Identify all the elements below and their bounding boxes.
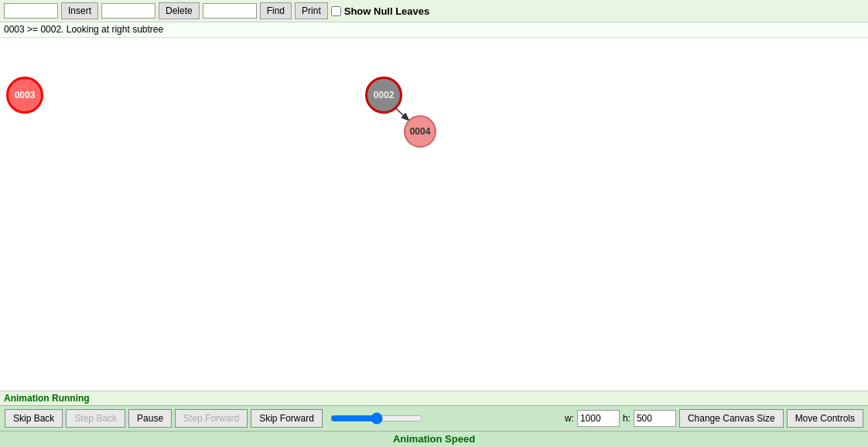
delete-button[interactable]: Delete (159, 2, 200, 19)
canvas-w-label: w: (565, 413, 574, 424)
input-field-3[interactable] (203, 3, 257, 19)
insert-button[interactable]: Insert (61, 2, 98, 19)
input-field-2[interactable] (101, 3, 155, 19)
canvas-w-input[interactable] (577, 410, 620, 427)
bottom-control-bar: Skip Back Step Back Pause Step Forward S… (0, 405, 868, 431)
animation-speed-slider[interactable] (330, 412, 423, 425)
show-null-leaves-text: Show Null Leaves (344, 5, 430, 17)
step-back-button[interactable]: Step Back (66, 409, 125, 428)
status-bar: 0003 >= 0002. Looking at right subtree (0, 22, 868, 38)
node-0002: 0002 (365, 77, 402, 114)
animation-speed-label: Animation Speed (393, 433, 475, 445)
animation-speed-label-bar: Animation Speed (0, 431, 868, 447)
show-null-leaves-checkbox[interactable] (331, 6, 341, 16)
show-null-leaves-label[interactable]: Show Null Leaves (331, 5, 430, 17)
speed-slider-area (330, 412, 423, 425)
node-0004-label: 0004 (410, 126, 431, 137)
step-forward-button[interactable]: Step Forward (175, 409, 248, 428)
change-canvas-size-button[interactable]: Change Canvas Size (679, 409, 784, 428)
skip-forward-button[interactable]: Skip Forward (251, 409, 323, 428)
canvas-size-area: w: h: Change Canvas Size Move Controls (565, 409, 863, 428)
node-0003-label: 0003 (15, 90, 36, 101)
svg-overlay (0, 38, 868, 391)
node-0004: 0004 (404, 115, 436, 148)
canvas-h-input[interactable] (634, 410, 676, 427)
node-0003: 0003 (6, 77, 43, 114)
node-0002-label: 0002 (374, 90, 395, 101)
animation-running-text: Animation Running (4, 393, 90, 404)
move-controls-button[interactable]: Move Controls (787, 409, 863, 428)
canvas-area: 0003 0002 0004 (0, 38, 868, 391)
toolbar: Insert Delete Find Print Show Null Leave… (0, 0, 868, 22)
animation-running-bar: Animation Running (0, 391, 868, 405)
status-message: 0003 >= 0002. Looking at right subtree (4, 24, 163, 35)
print-button[interactable]: Print (295, 2, 328, 19)
skip-back-button[interactable]: Skip Back (5, 409, 63, 428)
find-button[interactable]: Find (260, 2, 292, 19)
input-field-1[interactable] (4, 3, 58, 19)
canvas-h-label: h: (623, 413, 630, 424)
pause-button[interactable]: Pause (128, 409, 172, 428)
